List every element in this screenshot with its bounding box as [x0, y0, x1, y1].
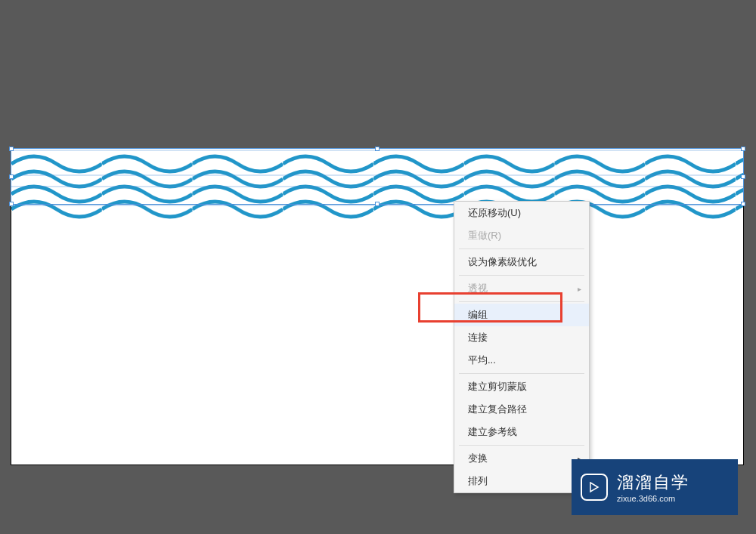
- watermark-url: zixue.3d66.com: [617, 494, 689, 503]
- menu-separator: [459, 445, 584, 446]
- play-icon: [581, 474, 608, 501]
- menu-join[interactable]: 连接: [454, 326, 589, 349]
- chevron-right-icon: ▸: [578, 285, 581, 293]
- menu-average[interactable]: 平均...: [454, 349, 589, 372]
- menu-separator: [459, 248, 584, 249]
- menu-guides[interactable]: 建立参考线: [454, 421, 589, 443]
- menu-transform[interactable]: 变换 ▸: [454, 447, 589, 470]
- menu-arrange[interactable]: 排列 ▸: [454, 470, 589, 492]
- svg-rect-0: [11, 149, 743, 221]
- watermark-title: 溜溜自学: [617, 471, 689, 494]
- menu-separator: [459, 373, 584, 374]
- canvas[interactable]: [11, 148, 744, 465]
- watermark: 溜溜自学 zixue.3d66.com: [572, 459, 738, 515]
- menu-separator: [459, 275, 584, 276]
- menu-pixel-perfect[interactable]: 设为像素级优化: [454, 251, 589, 273]
- menu-compound-path[interactable]: 建立复合路径: [454, 398, 589, 421]
- menu-group[interactable]: 编组: [454, 304, 589, 326]
- menu-redo: 重做(R): [454, 224, 589, 247]
- menu-undo-move[interactable]: 还原移动(U): [454, 202, 589, 224]
- wave-artwork: [11, 149, 743, 224]
- menu-separator: [459, 301, 584, 302]
- menu-clipping-mask[interactable]: 建立剪切蒙版: [454, 375, 589, 398]
- context-menu: 还原移动(U) 重做(R) 设为像素级优化 透视 ▸ 编组 连接 平均... 建…: [454, 201, 590, 493]
- menu-perspective: 透视 ▸: [454, 277, 589, 300]
